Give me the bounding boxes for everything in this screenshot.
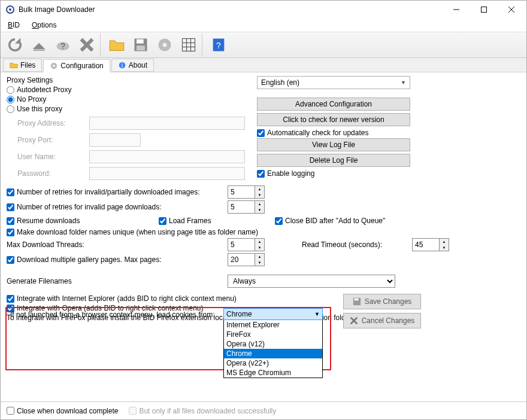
- svg-rect-15: [183, 39, 195, 51]
- check-version-button[interactable]: Click to check for newer version: [257, 113, 410, 126]
- proxy-address-label: Proxy Address:: [17, 119, 89, 127]
- radio-use-proxy[interactable]: [7, 105, 14, 113]
- proxy-user-label: User Name:: [17, 153, 89, 161]
- configuration-panel: Proxy Settings Autodetect Proxy No Proxy…: [1, 72, 526, 401]
- view-log-button[interactable]: View Log File: [257, 138, 410, 151]
- but-only-checkbox[interactable]: [129, 407, 137, 415]
- radio-no-proxy[interactable]: [7, 96, 14, 104]
- tab-files-label: Files: [20, 61, 35, 69]
- unique-folder-checkbox[interactable]: [7, 229, 14, 236]
- tab-about-label: About: [129, 61, 147, 69]
- read-timeout-value[interactable]: [413, 239, 439, 251]
- tab-configuration-label: Configuration: [60, 62, 103, 70]
- svg-text:?: ?: [60, 41, 65, 51]
- resume-downloads-checkbox[interactable]: [7, 217, 14, 225]
- svg-point-1: [9, 8, 11, 11]
- retries-pages-value[interactable]: [228, 201, 255, 213]
- radio-autodetect-proxy[interactable]: [7, 86, 14, 94]
- close-button[interactable]: [498, 1, 525, 19]
- maximize-button[interactable]: [470, 1, 498, 19]
- enable-logging-label: Enable logging: [267, 169, 314, 178]
- cookies-option-opera12[interactable]: Opera (v12): [224, 339, 322, 349]
- spin-up-icon[interactable]: ▲: [255, 186, 264, 192]
- retries-images-label: Number of retries for invalid/partially …: [17, 188, 199, 196]
- but-only-label: But only if all files downloaded success…: [139, 407, 276, 415]
- disk-save-icon[interactable]: [129, 33, 153, 57]
- auto-check-updates-label: Automatically check for updates: [267, 129, 368, 137]
- chevron-down-icon: ▼: [314, 311, 320, 317]
- cookies-option-chrome[interactable]: Chrome: [224, 349, 322, 358]
- auto-check-updates-checkbox[interactable]: [257, 129, 265, 137]
- close-bid-label: Close BID after "Add to Queue": [285, 217, 385, 225]
- spin-down-icon[interactable]: ▼: [255, 192, 264, 198]
- retries-pages-label: Number of retries for invalid page downl…: [17, 203, 161, 211]
- radio-no-proxy-label: No Proxy: [17, 95, 46, 104]
- tab-configuration[interactable]: Configuration: [43, 59, 110, 72]
- multi-pages-value[interactable]: [228, 254, 255, 266]
- retries-images-spinner[interactable]: ▲▼: [228, 185, 265, 199]
- unique-folder-label: Make download folder names unique (when …: [17, 228, 258, 236]
- save-batch-icon[interactable]: [27, 33, 51, 57]
- retries-pages-spinner[interactable]: ▲▼: [228, 200, 265, 214]
- proxy-password-input[interactable]: [89, 167, 245, 180]
- max-threads-spinner[interactable]: ▲▼: [228, 238, 265, 251]
- tab-files[interactable]: Files: [3, 59, 42, 72]
- help-cloud-icon[interactable]: ?: [51, 33, 75, 57]
- delete-log-button[interactable]: Delete Log File: [257, 154, 410, 167]
- proxy-user-input[interactable]: [89, 150, 245, 163]
- cookies-option-opera22[interactable]: Opera (v22+): [224, 358, 322, 368]
- help-icon[interactable]: ?: [207, 33, 231, 57]
- integrate-ie-checkbox[interactable]: [7, 295, 14, 303]
- generate-filenames-label: Generate Filenames: [7, 277, 225, 285]
- max-threads-label: Max Download Threads:: [7, 241, 225, 249]
- grid-icon[interactable]: [177, 33, 201, 57]
- cancel-x-icon[interactable]: [75, 33, 99, 57]
- integrate-ie-label: Integrate with Internet Explorer (adds B…: [17, 294, 237, 303]
- disk-icon: [353, 297, 361, 306]
- advanced-configuration-button[interactable]: Advanced Configuration: [257, 98, 410, 111]
- proxy-port-input[interactable]: [89, 133, 141, 147]
- radio-use-proxy-label: Use this proxy: [17, 105, 62, 113]
- proxy-password-label: Password:: [17, 169, 89, 178]
- save-changes-button[interactable]: Save Changes: [343, 294, 421, 309]
- max-threads-value[interactable]: [228, 239, 255, 251]
- load-frames-checkbox[interactable]: [159, 217, 166, 225]
- folder-icon[interactable]: [105, 33, 129, 57]
- footer: Close when download complete But only if…: [1, 401, 526, 419]
- enable-logging-checkbox[interactable]: [257, 170, 265, 178]
- action-buttons: Save Changes Cancel Changes: [343, 294, 421, 332]
- read-timeout-spinner[interactable]: ▲▼: [412, 238, 449, 251]
- cookies-option-ie[interactable]: Internet Explorer: [224, 320, 322, 330]
- cookies-option-edge[interactable]: MS Edge Chromium: [224, 368, 322, 378]
- retries-images-value[interactable]: [228, 186, 255, 198]
- retries-images-checkbox[interactable]: [7, 188, 14, 196]
- window-title: Bulk Image Downloader: [19, 5, 443, 14]
- menu-bid[interactable]: BID: [4, 20, 23, 31]
- folder-small-icon: [10, 61, 18, 69]
- toolbar: ? ?: [1, 32, 526, 58]
- tab-about[interactable]: i About: [111, 59, 154, 72]
- cookies-source-dropdown[interactable]: Chrome ▼ Internet Explorer FireFox Opera…: [223, 308, 323, 378]
- multi-pages-label: Download multiple gallery pages. Max pag…: [17, 255, 161, 264]
- menu-options[interactable]: Options: [28, 20, 60, 31]
- close-when-complete-checkbox[interactable]: [7, 407, 14, 415]
- refresh-icon[interactable]: [3, 33, 27, 57]
- gear-small-icon: [50, 62, 58, 70]
- cookies-option-firefox[interactable]: FireFox: [224, 330, 322, 339]
- proxy-address-input[interactable]: [89, 117, 245, 130]
- right-column: English (en) ▼ Advanced Configuration Cl…: [257, 76, 502, 179]
- app-window: Bulk Image Downloader BID Options ? ? Fi…: [0, 0, 527, 420]
- multi-pages-checkbox[interactable]: [7, 256, 14, 264]
- gear-icon[interactable]: [153, 33, 177, 57]
- language-select[interactable]: English (en) ▼: [257, 76, 410, 89]
- multi-pages-spinner[interactable]: ▲▼: [228, 253, 265, 266]
- cancel-changes-button[interactable]: Cancel Changes: [343, 313, 421, 328]
- generate-filenames-select[interactable]: Always: [228, 275, 395, 288]
- cookies-source-label: If not launched from a browser context m…: [10, 311, 217, 319]
- minimize-button[interactable]: [443, 1, 470, 19]
- chevron-down-icon: ▼: [401, 80, 406, 86]
- cookies-source-group: If not launched from a browser context m…: [5, 307, 331, 370]
- titlebar: Bulk Image Downloader: [1, 1, 526, 19]
- close-bid-checkbox[interactable]: [275, 217, 283, 225]
- retries-pages-checkbox[interactable]: [7, 203, 14, 211]
